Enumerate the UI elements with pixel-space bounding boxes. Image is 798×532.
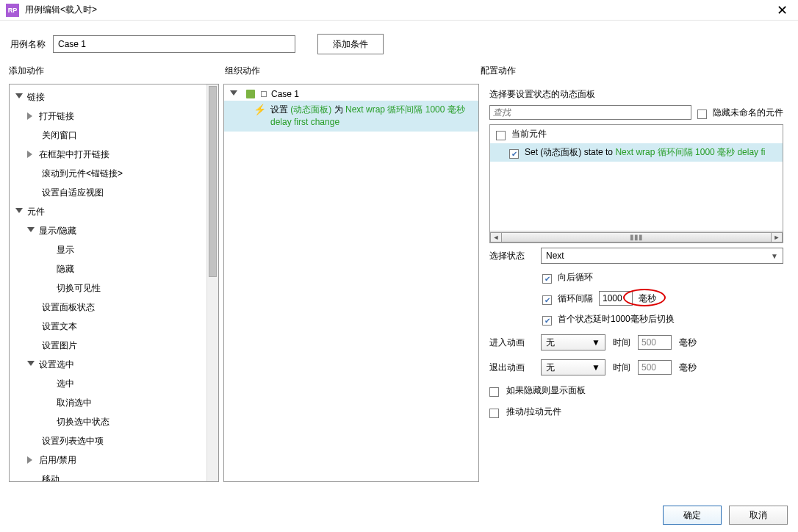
tree-item-label: 切换选中状态	[57, 416, 109, 428]
window-title: 用例编辑<载入时>	[25, 4, 772, 16]
current-widget-label: 当前元件	[511, 128, 547, 140]
wrap-label: 向后循环	[558, 271, 593, 284]
tree-item-label: 元件	[27, 206, 45, 218]
close-icon[interactable]: ✕	[772, 2, 792, 18]
tri-spacer	[27, 475, 37, 481]
select-state-dropdown[interactable]: Next ▼	[541, 248, 783, 264]
organize-panel: Case 1 ⚡ 设置 (动态面板) 为 Next wrap 循环间隔 1000…	[223, 84, 479, 482]
ok-button[interactable]: 确定	[663, 506, 722, 525]
tree-item[interactable]: 设置选中	[10, 355, 206, 374]
current-widget-checkbox[interactable]	[496, 131, 506, 140]
interval-checkbox[interactable]	[542, 295, 552, 305]
tree-item[interactable]: 显示	[10, 240, 206, 259]
tree-item-label: 设置自适应视图	[42, 187, 104, 199]
chevron-down-icon[interactable]	[27, 227, 35, 234]
tree-item[interactable]: 元件	[10, 202, 206, 221]
anim-in-dropdown[interactable]: 无▼	[541, 334, 605, 351]
tri-spacer	[42, 265, 52, 273]
tree-item[interactable]: 切换选中状态	[10, 412, 206, 431]
case-name-label: 用例名称	[10, 38, 46, 51]
show-if-hidden-checkbox[interactable]	[489, 387, 499, 397]
tree-item[interactable]: 取消选中	[10, 393, 206, 412]
chevron-right-icon[interactable]	[27, 151, 35, 158]
cancel-button[interactable]: 取消	[729, 506, 788, 525]
scroll-right-icon[interactable]: ►	[771, 232, 783, 242]
scroll-left-icon[interactable]: ◄	[490, 232, 502, 242]
list-row-set-state[interactable]: Set (动态面板) state to Next wrap 循环间隔 1000 …	[490, 143, 783, 162]
tree-item-label: 启用/禁用	[39, 454, 76, 467]
select-panel-label: 选择要设置状态的动态面板	[484, 84, 789, 105]
tri-spacer	[42, 246, 52, 254]
tree-item[interactable]: 隐藏	[10, 259, 206, 278]
search-input[interactable]	[489, 105, 691, 120]
chevron-right-icon[interactable]	[27, 456, 35, 464]
time-label-out: 时间	[613, 362, 630, 374]
tree-item-label: 移动	[42, 473, 60, 482]
add-condition-button[interactable]: 添加条件	[317, 34, 384, 54]
chevron-down-icon[interactable]	[230, 90, 237, 98]
chevron-down-icon[interactable]	[15, 208, 23, 215]
tri-spacer	[42, 380, 52, 387]
tri-spacer	[27, 342, 37, 349]
tree-item[interactable]: 打开链接	[10, 107, 206, 126]
titlebar: RP 用例编辑<载入时> ✕	[0, 0, 798, 21]
anim-out-time-input	[638, 360, 672, 375]
tree-item[interactable]: 滚动到元件<锚链接>	[10, 164, 206, 183]
tree-item[interactable]: 移动	[10, 470, 206, 481]
tree-item[interactable]: 设置文本	[10, 317, 206, 336]
header-add-actions: 添加动作	[9, 65, 225, 79]
list-row-current[interactable]: 当前元件	[490, 125, 783, 143]
case-row[interactable]: Case 1	[224, 87, 478, 101]
interval-label: 循环间隔	[558, 292, 593, 305]
delay-label: 首个状态延时1000毫秒后切换	[558, 313, 675, 326]
panel-list-hscroll[interactable]: ◄ ▮▮▮ ►	[490, 231, 783, 242]
tree-item[interactable]: 关闭窗口	[10, 126, 206, 145]
tree-item[interactable]: 设置面板状态	[10, 298, 206, 317]
tree-item-label: 设置面板状态	[42, 301, 95, 314]
case-name-input[interactable]	[53, 35, 295, 53]
hide-unnamed-checkbox[interactable]	[697, 109, 707, 119]
tree-item[interactable]: 切换可见性	[10, 278, 206, 298]
anim-in-label: 进入动画	[489, 337, 533, 349]
delay-checkbox[interactable]	[542, 316, 552, 326]
tree-item[interactable]: 设置列表选中项	[10, 431, 206, 450]
tree-item[interactable]: 启用/禁用	[10, 450, 206, 470]
tree-item-label: 显示	[57, 244, 74, 256]
tree-item[interactable]: 选中	[10, 374, 206, 393]
tri-spacer	[42, 284, 52, 292]
set-state-checkbox[interactable]	[509, 149, 519, 159]
anim-out-dropdown[interactable]: 无▼	[541, 359, 605, 375]
tree-item[interactable]: 设置自适应视图	[10, 183, 206, 202]
chevron-down-icon[interactable]	[15, 93, 23, 101]
tree-item[interactable]: 链接	[10, 87, 206, 107]
left-scrollbar[interactable]	[206, 85, 218, 481]
tri-spacer	[27, 303, 37, 311]
footer-buttons: 确定 取消	[663, 506, 788, 525]
ms-label-2: 毫秒	[679, 337, 697, 349]
tree-item-label: 链接	[27, 91, 45, 104]
wrap-checkbox[interactable]	[542, 274, 552, 284]
app-icon: RP	[6, 4, 19, 17]
case-label: Case 1	[271, 89, 299, 99]
tree-item[interactable]: 设置图片	[10, 336, 206, 355]
tri-spacer	[27, 437, 37, 445]
select-state-value: Next	[546, 251, 564, 261]
tree-item-label: 切换可见性	[57, 282, 101, 295]
action-row[interactable]: ⚡ 设置 (动态面板) 为 Next wrap 循环间隔 1000 毫秒 del…	[224, 101, 478, 132]
tree-item[interactable]: 在框架中打开链接	[10, 145, 206, 164]
select-state-label: 选择状态	[489, 250, 533, 262]
chevron-right-icon[interactable]	[27, 112, 35, 120]
tri-spacer	[42, 399, 52, 406]
time-label-in: 时间	[613, 337, 630, 349]
section-headers: 添加动作 组织动作 配置动作	[0, 65, 798, 79]
tree-item-label: 设置图片	[42, 339, 77, 352]
interval-input[interactable]	[599, 291, 633, 306]
tri-spacer	[27, 132, 37, 139]
tree-item-label: 设置选中	[39, 359, 74, 371]
tree-item-label: 设置列表选中项	[42, 435, 104, 447]
push-pull-checkbox[interactable]	[489, 409, 499, 418]
actions-tree-panel: 链接打开链接关闭窗口在框架中打开链接滚动到元件<锚链接>设置自适应视图元件显示/…	[9, 84, 219, 482]
tree-item-label: 设置文本	[42, 320, 77, 333]
chevron-down-icon[interactable]	[27, 361, 35, 368]
tree-item[interactable]: 显示/隐藏	[10, 221, 206, 240]
